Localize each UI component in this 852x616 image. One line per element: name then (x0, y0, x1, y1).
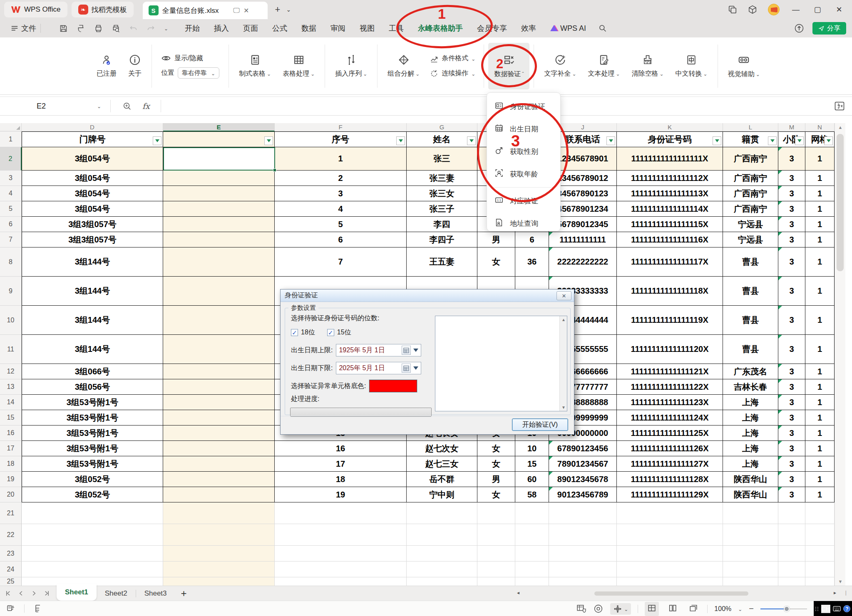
cell-D23[interactable] (22, 546, 163, 562)
cell-F24[interactable] (275, 562, 407, 577)
cell-M24[interactable] (778, 562, 805, 577)
cell-L9[interactable]: 曹县 (723, 277, 778, 306)
cell-K2[interactable]: 11111111111111111X (617, 147, 723, 171)
calendar-picker-icon[interactable] (402, 346, 411, 355)
cell-M20[interactable]: 3 (778, 487, 805, 502)
cell-M10[interactable]: 3 (778, 306, 805, 335)
cell-F8[interactable]: 7 (275, 247, 407, 277)
last-sheet-icon[interactable] (44, 590, 50, 596)
cell-E22[interactable] (163, 524, 275, 546)
cell-G6[interactable]: 李四 (407, 217, 477, 232)
zoom-slider[interactable] (760, 606, 807, 612)
cell-M8[interactable]: 3 (778, 247, 805, 277)
cell-I8[interactable]: 36 (515, 247, 549, 277)
cell-I23[interactable] (515, 546, 549, 562)
row-header-4[interactable]: 4 (0, 186, 22, 201)
cell-K23[interactable] (617, 546, 723, 562)
cell-L13[interactable]: 吉林长春 (723, 379, 778, 395)
row-header-20[interactable]: 20 (0, 487, 22, 502)
cell-L11[interactable]: 曹县 (723, 335, 778, 364)
cell-E4[interactable] (163, 186, 275, 201)
cell-K6[interactable]: 11111111111111115X (617, 217, 723, 232)
cell-H21[interactable] (477, 502, 515, 524)
cell-J17[interactable]: 67890123456 (549, 441, 617, 456)
cell-K17[interactable]: 11111111111111126X (617, 441, 723, 456)
filter-button-D[interactable] (153, 136, 161, 145)
row-header-8[interactable]: 8 (0, 247, 22, 277)
cell-G21[interactable] (407, 502, 477, 524)
ribbon-tab-插入[interactable]: 插入 (214, 23, 229, 33)
row-header-23[interactable]: 23 (0, 546, 22, 562)
text-complete-button[interactable]: 文字补全⌄ (538, 43, 582, 89)
row-header-13[interactable]: 13 (0, 379, 22, 395)
cell-D17[interactable]: 3组53号附1号 (22, 441, 163, 456)
help-icon[interactable]: ? (843, 605, 850, 612)
row-header-2[interactable]: 2 (0, 147, 22, 171)
standard-table-button[interactable]: 制式表格⌄ (233, 43, 277, 89)
cell-N21[interactable] (805, 502, 835, 524)
cell-H20[interactable]: 女 (477, 487, 515, 502)
cell-G19[interactable]: 岳不群 (407, 472, 477, 487)
cell-M13[interactable]: 3 (778, 379, 805, 395)
scroll-right-icon[interactable]: ▸ (834, 590, 836, 596)
cell-F2[interactable]: 1 (275, 147, 407, 171)
cell-G23[interactable] (407, 546, 477, 562)
quick-access-caret-icon[interactable]: ⌄ (164, 26, 168, 32)
cell-K3[interactable]: 11111111111111112X (617, 171, 723, 186)
row-header-11[interactable]: 11 (0, 335, 22, 364)
row-header-14[interactable]: 14 (0, 395, 22, 410)
cell-M3[interactable]: 3 (778, 171, 805, 186)
text-process-button[interactable]: 文本处理⌄ (582, 43, 626, 89)
cell-N25[interactable] (805, 577, 835, 586)
cell-H24[interactable] (477, 562, 515, 577)
maximize-icon[interactable]: ▢ (812, 5, 823, 14)
listbox-scroll-up-icon[interactable]: ▲ (560, 317, 567, 322)
vertical-scrollbar-thumb[interactable] (837, 134, 844, 271)
reading-mode-icon[interactable] (593, 604, 604, 614)
outline-icon[interactable] (33, 604, 43, 614)
avatar[interactable] (768, 4, 780, 15)
cell-L19[interactable]: 陕西华山 (723, 472, 778, 487)
page-layout-view-button[interactable] (666, 602, 680, 616)
cell-N8[interactable]: 1 (805, 247, 835, 277)
cell-G8[interactable]: 王五妻 (407, 247, 477, 277)
file-menu[interactable]: 文件 (11, 23, 36, 33)
cell-M5[interactable]: 3 (778, 201, 805, 217)
combine-split-button[interactable]: 组合分解⌄ (382, 43, 425, 89)
pan-mode-button[interactable]: ⌄ (610, 603, 631, 615)
cell-I20[interactable]: 58 (515, 487, 549, 502)
cell-F4[interactable]: 3 (275, 186, 407, 201)
listbox-scrollbar[interactable]: ▲ ▼ (559, 316, 567, 411)
cell-D22[interactable] (22, 524, 163, 546)
row-header-12[interactable]: 12 (0, 364, 22, 379)
cell-F20[interactable]: 19 (275, 487, 407, 502)
close-doc-icon[interactable]: ✕ (243, 7, 249, 15)
ribbon-tab-开始[interactable]: 开始 (185, 23, 200, 33)
ribbon-tab-视图[interactable]: 视图 (360, 23, 375, 33)
cell-F3[interactable]: 2 (275, 171, 407, 186)
cell-L12[interactable]: 广东茂名 (723, 364, 778, 379)
continuous-op-button[interactable]: 连续操作⌄ (430, 69, 475, 78)
cell-E12[interactable] (163, 364, 275, 379)
row-header-9[interactable]: 9 (0, 277, 22, 306)
cell-G2[interactable]: 张三 (407, 147, 477, 171)
cell-J21[interactable] (549, 502, 617, 524)
cell-N20[interactable]: 1 (805, 487, 835, 502)
cell-I19[interactable]: 60 (515, 472, 549, 487)
monitor-icon[interactable]: 🖵 (233, 7, 240, 14)
header-cell-L1[interactable]: 籍贯 (723, 131, 778, 147)
cell-E11[interactable] (163, 335, 275, 364)
filter-button-N[interactable] (824, 136, 833, 145)
cell-M9[interactable]: 3 (778, 277, 805, 306)
upload-icon[interactable] (794, 23, 804, 33)
sheet-tab-Sheet1[interactable]: Sheet1 (57, 584, 97, 601)
cell-M14[interactable]: 3 (778, 395, 805, 410)
cell-N22[interactable] (805, 524, 835, 546)
zoom-caret-icon[interactable]: ⌄ (738, 606, 742, 612)
add-sheet-icon[interactable]: + (181, 588, 187, 599)
ribbon-tab-WPS AI[interactable]: WPS AI (550, 24, 586, 33)
row-header-22[interactable]: 22 (0, 524, 22, 546)
cell-L10[interactable]: 曹县 (723, 306, 778, 335)
horizontal-scrollbar[interactable]: ◂ ▸ ∣ (528, 591, 825, 596)
cell-I17[interactable]: 10 (515, 441, 549, 456)
